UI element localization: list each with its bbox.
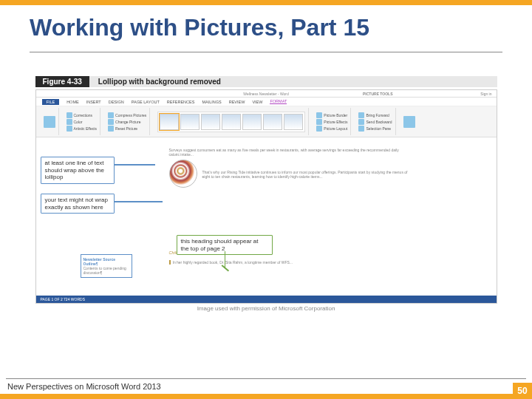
ribbon-group-adjust2: Corrections Color Artistic Effects	[64, 108, 101, 135]
figure-caption-bar: Figure 4-33 Lollipop with background rem…	[35, 75, 497, 88]
footer-text: New Perspectives on Microsoft Word 2013	[7, 382, 161, 391]
sidebar-textbox: Newsletter Source Outline¶ Contents to c…	[81, 254, 132, 278]
ribbon-tabs: FILE HOME INSERT DESIGN PAGE LAYOUT REFE…	[36, 98, 497, 106]
color-button[interactable]: Color	[66, 119, 98, 125]
bring-forward-button[interactable]: Bring Forward	[358, 112, 392, 118]
figure-title: Lollipop with background removed	[89, 76, 497, 87]
tab-design[interactable]: DESIGN	[109, 100, 124, 104]
ribbon-group-adjust3: Compress Pictures Change Picture Reset P…	[105, 108, 150, 135]
send-backward-button[interactable]: Send Backward	[358, 119, 392, 125]
window-titlebar: Wellness Newsletter - Word PICTURE TOOLS…	[36, 90, 497, 98]
tab-home[interactable]: HOME	[66, 100, 79, 104]
callout-wrap-not-exact: your text might not wrap exactly as show…	[41, 194, 115, 214]
page-number: 50	[513, 383, 532, 399]
border-icon	[316, 112, 322, 118]
body-paragraph-2: That's why our Rising Tide initiative co…	[202, 170, 409, 179]
artistic-icon	[66, 126, 72, 132]
style-thumb[interactable]	[160, 114, 179, 130]
style-thumb[interactable]	[201, 114, 220, 130]
figure-wrap: Figure 4-33 Lollipop with background rem…	[35, 75, 497, 312]
artistic-button[interactable]: Artistic Effects	[66, 126, 98, 132]
style-thumb[interactable]	[263, 114, 282, 130]
selection-icon	[358, 126, 364, 132]
color-icon	[66, 119, 72, 125]
footer-accent-bar	[0, 394, 532, 399]
title-area: Working with Pictures, Part 15	[0, 5, 532, 47]
crop-button[interactable]	[403, 116, 415, 128]
ribbon: Corrections Color Artistic Effects Compr…	[36, 106, 497, 137]
style-thumb[interactable]	[242, 114, 262, 130]
body-paragraph-3: In her highly regarded book, Dr. Sita Ra…	[169, 260, 406, 265]
corrections-button[interactable]: Corrections	[66, 112, 98, 118]
callout-line-2	[115, 201, 163, 202]
style-thumb[interactable]	[222, 114, 241, 130]
tab-format[interactable]: FORMAT	[270, 99, 287, 104]
style-thumb[interactable]	[180, 114, 200, 130]
top-accent-bar	[0, 0, 532, 5]
doc-title: Wellness Newsletter - Word	[243, 92, 289, 96]
ribbon-group-styles	[154, 108, 309, 135]
callout-text-wrap-above: at least one line of text should wrap ab…	[41, 157, 115, 184]
bring-fwd-icon	[358, 112, 364, 118]
figure-credit: Image used with permission of Microsoft …	[35, 305, 497, 312]
ribbon-group-styles2: Picture Border Picture Effects Picture L…	[313, 108, 351, 135]
sidebar-body: Contents to come pending discussion¶	[83, 266, 129, 275]
callout-line-1	[115, 164, 155, 166]
remove-bg-icon	[44, 116, 55, 128]
tab-review[interactable]: REVIEW	[229, 100, 245, 104]
compress-button[interactable]: Compress Pictures	[108, 112, 146, 118]
reset-pic-icon	[108, 126, 114, 132]
status-bar: PAGE 1 OF 2 724 WORDS	[36, 296, 497, 303]
tab-mailings[interactable]: MAILINGS	[202, 100, 221, 104]
picture-styles-gallery[interactable]	[157, 112, 305, 132]
figure-body: Wellness Newsletter - Word PICTURE TOOLS…	[35, 89, 497, 304]
picture-tools-label: PICTURE TOOLS	[363, 92, 392, 96]
footer-row: New Perspectives on Microsoft Word 2013	[0, 379, 532, 391]
tab-file[interactable]: FILE	[42, 99, 60, 105]
change-pic-icon	[108, 119, 114, 125]
sign-in-link[interactable]: Sign in	[480, 92, 491, 96]
send-back-icon	[358, 119, 364, 125]
callout-line-3	[225, 251, 226, 267]
slide-title: Working with Pictures, Part 15	[30, 14, 502, 41]
lollipop-image[interactable]	[169, 160, 197, 188]
layout-icon	[316, 126, 322, 132]
figure-label: Figure 4-33	[35, 76, 89, 87]
tab-page-layout[interactable]: PAGE LAYOUT	[132, 100, 160, 104]
selection-pane-button[interactable]: Selection Pane	[358, 126, 392, 132]
tab-insert[interactable]: INSERT	[86, 100, 101, 104]
slide-footer: New Perspectives on Microsoft Word 2013 …	[0, 378, 532, 399]
style-thumb[interactable]	[284, 114, 303, 130]
corrections-icon	[66, 112, 72, 118]
tab-view[interactable]: VIEW	[252, 100, 262, 104]
ribbon-group-adjust	[41, 108, 59, 135]
picture-effects-button[interactable]: Picture Effects	[316, 119, 347, 125]
ribbon-group-arrange: Bring Forward Send Backward Selection Pa…	[355, 108, 395, 135]
sidebar-title: Newsletter Source Outline¶	[83, 257, 129, 266]
reset-pic-button[interactable]: Reset Picture	[108, 126, 146, 132]
change-pic-button[interactable]: Change Picture	[108, 119, 146, 125]
picture-layout-button[interactable]: Picture Layout	[316, 126, 347, 132]
remove-bg-button[interactable]	[44, 116, 55, 128]
status-text: PAGE 1 OF 2 724 WORDS	[41, 297, 85, 301]
picture-border-button[interactable]: Picture Border	[316, 112, 347, 118]
crop-icon	[403, 116, 415, 128]
tab-references[interactable]: REFERENCES	[167, 100, 195, 104]
compress-icon	[108, 112, 114, 118]
ribbon-group-size	[400, 108, 418, 135]
content-area: Figure 4-33 Lollipop with background rem…	[0, 52, 532, 312]
body-paragraph-1: Surveys suggest consumers eat as many as…	[169, 148, 406, 157]
effects-icon	[316, 119, 322, 125]
